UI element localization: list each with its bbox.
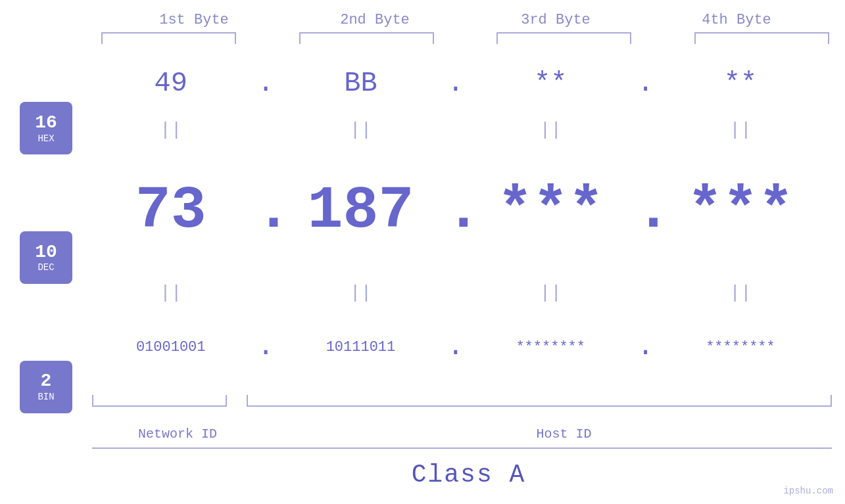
dot-bin-1: . xyxy=(256,331,276,363)
dec-badge-num: 10 xyxy=(35,242,57,263)
eq2-b3: || xyxy=(478,283,623,303)
hex-b2: BB xyxy=(288,68,433,99)
byte1-header: 1st Byte xyxy=(122,12,266,28)
bracket-bottom-host xyxy=(247,395,832,407)
dot-bin-3: . xyxy=(636,331,656,363)
content-area: 49 . BB . ** . ** || || || | xyxy=(92,51,845,504)
equals-row-2: || || || || xyxy=(92,280,845,306)
bin-badge: 2 BIN xyxy=(20,361,72,413)
dec-b1: 73 xyxy=(99,181,243,241)
dec-row: 73 . 187 . *** . *** xyxy=(92,143,845,280)
byte4-header: 4th Byte xyxy=(664,12,809,28)
class-row: Class A xyxy=(92,451,845,497)
dec-badge-label: DEC xyxy=(37,262,54,273)
bracket-top-1 xyxy=(101,32,236,44)
class-label: Class A xyxy=(412,461,526,489)
bin-b2: 10111011 xyxy=(288,339,433,355)
dot-hex-3: . xyxy=(636,68,656,99)
dot-dec-2: . xyxy=(446,177,466,244)
hex-row: 49 . BB . ** . ** xyxy=(92,51,845,116)
bin-row: 01001001 . 10111011 . ******** . *******… xyxy=(92,306,845,388)
host-id-label: Host ID xyxy=(283,426,845,442)
byte-headers: 1st Byte 2nd Byte 3rd Byte 4th Byte xyxy=(104,0,827,28)
bracket-top-4 xyxy=(694,32,829,44)
hex-b3: ** xyxy=(478,68,623,99)
hex-badge: 16 HEX xyxy=(20,102,72,154)
dot-dec-3: . xyxy=(636,177,656,244)
byte2-header: 2nd Byte xyxy=(302,12,447,28)
watermark: ipshu.com xyxy=(783,486,833,496)
class-bracket xyxy=(92,447,832,449)
eq1-b2: || xyxy=(288,120,433,140)
main-container: 1st Byte 2nd Byte 3rd Byte 4th Byte 16 H… xyxy=(0,0,845,504)
equals-row-1: || || || || xyxy=(92,116,845,143)
hex-b4: ** xyxy=(668,68,813,99)
dot-dec-1: . xyxy=(256,177,276,244)
top-brackets xyxy=(91,32,840,44)
dot-hex-1: . xyxy=(256,68,276,99)
bin-b3: ******** xyxy=(478,339,623,355)
network-id-label: Network ID xyxy=(92,426,263,442)
hex-badge-num: 16 xyxy=(35,113,57,133)
dot-hex-2: . xyxy=(446,68,466,99)
bottom-section: Network ID Host ID Class A xyxy=(92,395,845,504)
dec-badge: 10 DEC xyxy=(20,231,72,284)
dec-b4: *** xyxy=(668,181,813,241)
dec-b3: *** xyxy=(478,181,623,241)
id-labels-row: Network ID Host ID xyxy=(92,412,845,445)
byte3-header: 3rd Byte xyxy=(483,12,628,28)
bracket-top-3 xyxy=(496,32,631,44)
eq1-b4: || xyxy=(668,120,813,140)
eq1-b3: || xyxy=(478,120,623,140)
eq2-b1: || xyxy=(99,283,243,303)
eq1-b1: || xyxy=(99,120,243,140)
badges-column: 16 HEX 10 DEC 2 BIN xyxy=(0,51,92,504)
bottom-brackets-row xyxy=(92,395,832,408)
hex-badge-label: HEX xyxy=(37,133,54,144)
eq2-b2: || xyxy=(288,283,433,303)
bin-b1: 01001001 xyxy=(99,339,243,355)
main-area: 16 HEX 10 DEC 2 BIN 49 . BB . ** xyxy=(0,51,845,504)
eq2-b4: || xyxy=(668,283,813,303)
bin-badge-num: 2 xyxy=(41,371,52,392)
bracket-top-2 xyxy=(299,32,434,44)
rows-wrapper: 49 . BB . ** . ** || || || | xyxy=(92,51,845,395)
dot-bin-2: . xyxy=(446,331,466,363)
bracket-bottom-network xyxy=(92,395,227,407)
dec-b2: 187 xyxy=(288,181,433,241)
hex-b1: 49 xyxy=(99,68,243,99)
bin-b4: ******** xyxy=(668,339,813,355)
bin-badge-label: BIN xyxy=(37,392,54,402)
